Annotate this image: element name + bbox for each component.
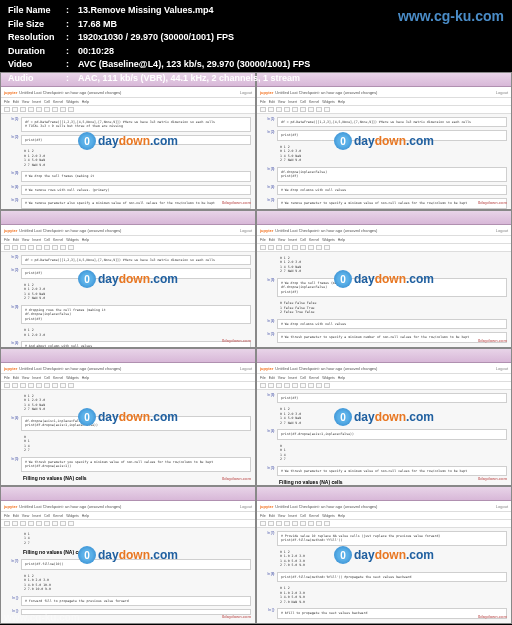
toolbar-button[interactable] [260, 245, 266, 250]
toolbar-button[interactable] [316, 383, 322, 388]
menu-item[interactable]: View [22, 514, 30, 518]
menu-item[interactable]: Kernel [53, 376, 63, 380]
toolbar-button[interactable] [324, 383, 330, 388]
menu-item[interactable]: Cell [300, 514, 306, 518]
logout-link[interactable]: Logout [496, 366, 508, 371]
code-cell[interactable]: In [1]:df = pd.DataFrame([[1,2,3],[4,5,N… [261, 117, 507, 127]
logout-link[interactable]: Logout [240, 228, 252, 233]
code-cell[interactable]: In [5]:# We remove parameter to specify … [261, 198, 507, 208]
toolbar-button[interactable] [36, 521, 42, 526]
menu-item[interactable]: Kernel [309, 238, 319, 242]
menu-item[interactable]: View [22, 238, 30, 242]
toolbar-button[interactable] [4, 521, 10, 526]
menu-item[interactable]: Insert [32, 100, 41, 104]
toolbar-button[interactable] [12, 245, 18, 250]
code-cell[interactable]: In [4]:# And about column with null valu… [5, 341, 251, 348]
menu-item[interactable]: Help [338, 100, 345, 104]
toolbar-button[interactable] [316, 107, 322, 112]
toolbar-button[interactable] [12, 521, 18, 526]
code-cell[interactable]: In [3]:# We drop the null frames (making… [5, 171, 251, 181]
menu-item[interactable]: Insert [32, 514, 41, 518]
menu-item[interactable]: Widgets [66, 238, 79, 242]
toolbar-button[interactable] [300, 383, 306, 388]
toolbar-button[interactable] [300, 245, 306, 250]
menu-item[interactable]: View [278, 514, 286, 518]
menu-item[interactable]: Cell [44, 514, 50, 518]
toolbar-button[interactable] [52, 245, 58, 250]
toolbar-button[interactable] [60, 107, 66, 112]
toolbar-button[interactable] [68, 383, 74, 388]
menu-item[interactable]: Widgets [66, 514, 79, 518]
code-cell[interactable]: In [5]:# We thresh parameter to specify … [261, 332, 507, 342]
toolbar-button[interactable] [68, 521, 74, 526]
toolbar-button[interactable] [300, 107, 306, 112]
toolbar-button[interactable] [292, 245, 298, 250]
toolbar-button[interactable] [276, 107, 282, 112]
toolbar-button[interactable] [308, 245, 314, 250]
toolbar-button[interactable] [308, 383, 314, 388]
menu-item[interactable]: Cell [44, 376, 50, 380]
toolbar-button[interactable] [52, 383, 58, 388]
menu-item[interactable]: Widgets [322, 376, 335, 380]
menu-item[interactable]: Edit [13, 514, 19, 518]
toolbar-button[interactable] [260, 107, 266, 112]
toolbar-button[interactable] [52, 107, 58, 112]
toolbar-button[interactable] [28, 383, 34, 388]
toolbar-button[interactable] [28, 245, 34, 250]
menu-item[interactable]: Edit [269, 514, 275, 518]
toolbar-button[interactable] [268, 107, 274, 112]
menu-item[interactable]: Help [338, 238, 345, 242]
toolbar-button[interactable] [52, 521, 58, 526]
menu-item[interactable]: Cell [300, 100, 306, 104]
menu-item[interactable]: Insert [32, 238, 41, 242]
menu-item[interactable]: Kernel [53, 100, 63, 104]
menu-item[interactable]: Cell [300, 238, 306, 242]
menu-item[interactable]: Insert [288, 514, 297, 518]
toolbar-button[interactable] [284, 521, 290, 526]
menu-item[interactable]: Edit [13, 100, 19, 104]
toolbar-button[interactable] [324, 521, 330, 526]
menu-item[interactable]: Widgets [322, 514, 335, 518]
menu-item[interactable]: Help [338, 514, 345, 518]
menu-item[interactable]: Insert [288, 376, 297, 380]
menu-item[interactable]: Widgets [66, 100, 79, 104]
menu-item[interactable]: Help [338, 376, 345, 380]
toolbar-button[interactable] [36, 245, 42, 250]
toolbar-button[interactable] [284, 107, 290, 112]
menu-item[interactable]: View [278, 376, 286, 380]
menu-item[interactable]: Help [82, 514, 89, 518]
code-cell[interactable]: In [3]:print(df) [261, 393, 507, 403]
toolbar-button[interactable] [260, 521, 266, 526]
toolbar-button[interactable] [44, 521, 50, 526]
toolbar-button[interactable] [20, 245, 26, 250]
menu-item[interactable]: Widgets [322, 100, 335, 104]
toolbar-button[interactable] [28, 521, 34, 526]
menu-item[interactable]: Edit [269, 238, 275, 242]
code-cell[interactable]: In [5]:# We remove parameter also specif… [5, 198, 251, 208]
code-cell[interactable]: In [1]:df = pd.DataFrame([[1,2,3],[4,5,N… [5, 255, 251, 265]
menu-item[interactable]: File [260, 238, 266, 242]
menu-item[interactable]: Help [82, 376, 89, 380]
toolbar-button[interactable] [268, 383, 274, 388]
toolbar-button[interactable] [4, 383, 10, 388]
toolbar-button[interactable] [44, 107, 50, 112]
code-cell[interactable]: In [4]:# We drop columns with null value… [261, 185, 507, 195]
code-cell[interactable]: In [4]:# We remove rows with null values… [5, 185, 251, 195]
toolbar-button[interactable] [308, 107, 314, 112]
toolbar-button[interactable] [68, 245, 74, 250]
code-cell[interactable]: In [ ]:# forward fill to propagate the p… [5, 596, 251, 606]
logout-link[interactable]: Logout [496, 90, 508, 95]
toolbar-button[interactable] [68, 107, 74, 112]
menu-item[interactable]: Help [82, 238, 89, 242]
toolbar-button[interactable] [12, 383, 18, 388]
menu-item[interactable]: File [4, 514, 10, 518]
menu-item[interactable]: Widgets [322, 238, 335, 242]
logout-link[interactable]: Logout [240, 90, 252, 95]
toolbar-button[interactable] [324, 245, 330, 250]
menu-item[interactable]: View [22, 376, 30, 380]
menu-item[interactable]: Insert [288, 238, 297, 242]
toolbar-button[interactable] [268, 245, 274, 250]
menu-item[interactable]: View [278, 238, 286, 242]
toolbar-button[interactable] [20, 107, 26, 112]
toolbar-button[interactable] [284, 245, 290, 250]
